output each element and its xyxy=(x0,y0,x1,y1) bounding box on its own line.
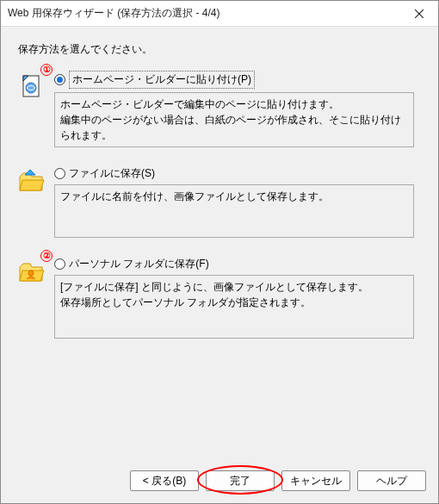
radio-save-to-personal-folder[interactable] xyxy=(54,258,65,270)
close-button[interactable] xyxy=(399,1,438,26)
option-save-to-file: ファイルに保存(S) ファイルに名前を付け、画像ファイルとして保存します。 xyxy=(18,166,421,238)
option-main: ホームページ・ビルダーに貼り付け(P) ホームページ・ビルダーで編集中のページに… xyxy=(54,71,421,147)
desc-line: ホームページ・ビルダーで編集中のページに貼り付けます。 xyxy=(60,96,408,112)
svg-point-4 xyxy=(28,271,34,276)
radio-row[interactable]: ファイルに保存(S) xyxy=(54,166,421,181)
desc-line: 編集中のページがない場合は、白紙のページが作成され、そこに貼り付けられます。 xyxy=(60,112,408,143)
help-button[interactable]: ヘルプ xyxy=(357,470,426,491)
finish-button-wrap: 完了 xyxy=(206,470,275,491)
personal-folder-icon xyxy=(18,258,46,286)
page-icon xyxy=(18,72,46,100)
radio-label: ホームページ・ビルダーに貼り付け(P) xyxy=(69,71,255,89)
finish-button[interactable]: 完了 xyxy=(206,470,275,491)
instruction-text: 保存方法を選んでください。 xyxy=(18,42,421,57)
dialog-window: Web 用保存ウィザード (保存方法の選択 - 4/4) 保存方法を選んでくださ… xyxy=(0,0,439,504)
svg-point-3 xyxy=(26,83,36,93)
icon-column xyxy=(18,166,54,198)
desc-line: ファイルに名前を付け、画像ファイルとして保存します。 xyxy=(60,189,408,204)
radio-label: パーソナル フォルダに保存(F) xyxy=(69,257,209,271)
footer-buttons: < 戻る(B) 完了 キャンセル ヘルプ xyxy=(1,458,438,503)
window-title: Web 用保存ウィザード (保存方法の選択 - 4/4) xyxy=(8,6,399,21)
option-main: ファイルに保存(S) ファイルに名前を付け、画像ファイルとして保存します。 xyxy=(54,166,421,238)
radio-save-to-file[interactable] xyxy=(54,168,65,179)
description-box: [ファイルに保存] と同じように、画像ファイルとして保存します。 保存場所として… xyxy=(54,275,414,339)
description-box: ファイルに名前を付け、画像ファイルとして保存します。 xyxy=(54,184,414,238)
back-button[interactable]: < 戻る(B) xyxy=(130,470,199,491)
option-save-to-personal-folder: ② パーソナル フォルダに保存(F) [ファイルに保存] と同じように、画像ファ… xyxy=(18,257,421,339)
annotation-badge-2: ② xyxy=(40,250,53,262)
close-icon xyxy=(415,9,424,18)
description-box: ホームページ・ビルダーで編集中のページに貼り付けます。 編集中のページがない場合… xyxy=(54,92,414,147)
option-paste-to-builder: ① ホームページ・ビルダーに貼り付け(P) ホームページ・ビルダーで編集中のペー… xyxy=(18,71,421,147)
icon-column: ① xyxy=(18,71,54,103)
folder-open-icon xyxy=(18,168,46,196)
radio-paste-to-builder[interactable] xyxy=(54,74,65,85)
annotation-badge-1: ① xyxy=(40,64,53,76)
radio-row[interactable]: パーソナル フォルダに保存(F) xyxy=(54,257,421,271)
radio-row[interactable]: ホームページ・ビルダーに貼り付け(P) xyxy=(54,71,421,89)
option-main: パーソナル フォルダに保存(F) [ファイルに保存] と同じように、画像ファイル… xyxy=(54,257,421,339)
icon-column: ② xyxy=(18,257,54,289)
desc-line: [ファイルに保存] と同じように、画像ファイルとして保存します。 xyxy=(60,279,408,295)
content-area: 保存方法を選んでください。 ① ホームページ・ビルダーに貼り付け(P) ホームペ xyxy=(1,27,438,458)
radio-label: ファイルに保存(S) xyxy=(69,166,155,181)
titlebar: Web 用保存ウィザード (保存方法の選択 - 4/4) xyxy=(1,1,438,27)
cancel-button[interactable]: キャンセル xyxy=(281,470,350,491)
desc-line: 保存場所としてパーソナル フォルダが指定されます。 xyxy=(60,295,408,310)
